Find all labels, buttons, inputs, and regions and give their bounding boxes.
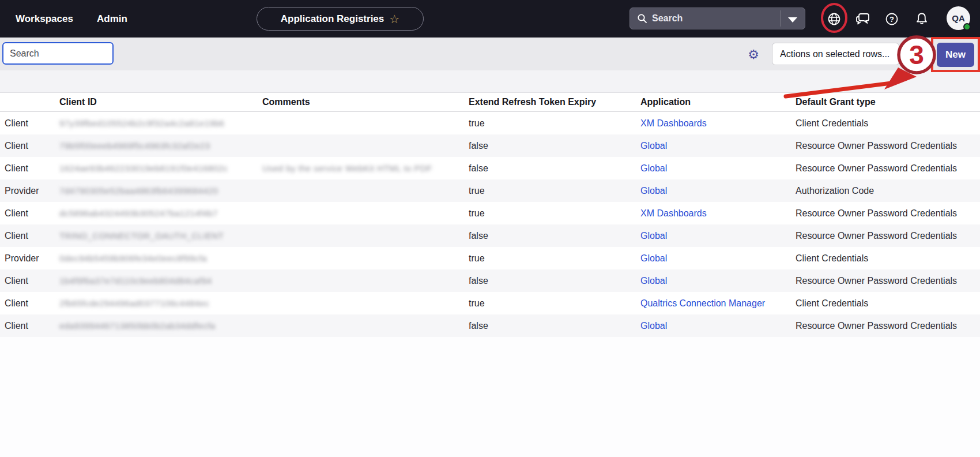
global-search-box[interactable]: Search	[630, 8, 805, 29]
table-body: Client 97y39fbed105524b2c9f32a4c2a81e19b…	[0, 112, 980, 337]
cell-client-id-redacted: 7d4790305e52baa4863fb64399684420	[59, 186, 262, 196]
application-link[interactable]: Global	[640, 186, 667, 196]
cell-default-grant-type: Resource Owner Password Credentials	[796, 276, 980, 286]
cell-default-grant-type: Resource Owner Password Credentials	[796, 231, 980, 241]
cell-client-id-redacted: dc5896ab4324493b305247ba1214f4b7	[59, 208, 262, 218]
table-row[interactable]: Provider 7d4790305e52baa4863fb6439968442…	[0, 179, 980, 202]
table-row[interactable]: Client eda9399446713850bb0b2ab34ddfecfa …	[0, 314, 980, 337]
cell-default-grant-type: Authorization Code	[796, 186, 980, 196]
application-link[interactable]: Global	[640, 141, 667, 151]
online-status-dot	[963, 23, 971, 31]
cell-client-id-redacted: 0dec94b5459b906fe34e0eec8f99cfa	[59, 253, 262, 263]
cell-default-grant-type: Resource Owner Password Credentials	[796, 321, 980, 331]
notifications-button[interactable]	[911, 0, 932, 38]
application-link[interactable]: Global	[640, 231, 667, 241]
cell-type: Client	[0, 231, 59, 241]
table-settings-button[interactable]: ⚙	[745, 47, 762, 62]
new-button[interactable]: New	[937, 43, 974, 67]
cell-default-grant-type: Resource Owner Password Credentials	[796, 163, 980, 174]
header-client-id: Client ID	[59, 97, 262, 107]
table-toolbar: ⚙ Actions on selected rows... New	[0, 38, 980, 70]
cell-extend-refresh-token-expiry: true	[469, 298, 640, 309]
cell-comments: Used by the service WebKit HTML to PDF	[262, 163, 469, 173]
search-divider	[780, 10, 781, 27]
nav-admin[interactable]: Admin	[97, 0, 127, 38]
cell-type: Client	[0, 321, 59, 331]
cell-client-id-redacted: 2fb65fcde294496ad0377106c4484ec	[59, 298, 262, 308]
cell-type: Client	[0, 118, 59, 129]
cell-extend-refresh-token-expiry: false	[469, 231, 640, 241]
application-link[interactable]: Global	[640, 163, 667, 173]
search-scope-dropdown-icon[interactable]	[788, 17, 797, 23]
globe-icon	[827, 12, 842, 27]
cell-extend-refresh-token-expiry: false	[469, 141, 640, 151]
application-link[interactable]: Global	[640, 321, 667, 331]
help-icon: ?	[884, 12, 899, 27]
bell-icon	[914, 12, 929, 27]
cell-extend-refresh-token-expiry: true	[469, 186, 640, 196]
cell-extend-refresh-token-expiry: true	[469, 208, 640, 219]
favorite-star-icon[interactable]: ☆	[389, 13, 399, 25]
cell-client-id-redacted: 97y39fbed105524b2c9f32a4c2a81e19b6	[59, 118, 262, 128]
user-avatar[interactable]: QA	[947, 6, 970, 30]
table-search-input[interactable]	[2, 42, 114, 65]
application-link[interactable]: XM Dashboards	[640, 208, 707, 218]
top-navigation-bar: Workspaces Admin Application Registries …	[0, 0, 980, 38]
application-link[interactable]: Qualtrics Connection Manager	[640, 298, 765, 308]
cell-client-id-redacted: TRINO_CONNECTOR_OAUTH_CLIENT	[59, 231, 262, 241]
cell-type: Client	[0, 298, 59, 309]
cell-type: Client	[0, 276, 59, 286]
cell-extend-refresh-token-expiry: false	[469, 321, 640, 331]
cell-default-grant-type: Resource Owner Password Credentials	[796, 208, 980, 219]
language-globe-button[interactable]	[824, 0, 845, 38]
nav-workspaces[interactable]: Workspaces	[16, 0, 73, 38]
cell-default-grant-type: Client Credentials	[796, 118, 980, 129]
cell-client-id-redacted: eda9399446713850bb0b2ab34ddfecfa	[59, 321, 262, 331]
global-search-placeholder: Search	[652, 13, 683, 24]
cell-extend-refresh-token-expiry: true	[469, 253, 640, 264]
svg-text:?: ?	[889, 15, 894, 24]
table-row[interactable]: Client 97y39fbed105524b2c9f32a4c2a81e19b…	[0, 112, 980, 134]
cell-type: Client	[0, 208, 59, 219]
table-row[interactable]: Client dc5896ab4324493b305247ba1214f4b7 …	[0, 202, 980, 224]
cell-default-grant-type: Client Credentials	[796, 298, 980, 309]
header-extend-refresh-token-expiry: Extend Refresh Token Expiry	[469, 97, 640, 107]
cell-extend-refresh-token-expiry: true	[469, 118, 640, 129]
cell-type: Provider	[0, 253, 59, 264]
cell-extend-refresh-token-expiry: false	[469, 276, 640, 286]
cell-default-grant-type: Client Credentials	[796, 253, 980, 264]
cell-default-grant-type: Resource Owner Password Credentials	[796, 141, 980, 151]
application-link[interactable]: XM Dashboards	[640, 118, 707, 128]
application-registries-table: Client ID Comments Extend Refresh Token …	[0, 92, 980, 337]
application-link[interactable]: Global	[640, 253, 667, 263]
cell-type: Client	[0, 141, 59, 151]
table-row[interactable]: Provider 0dec94b5459b906fe34e0eec8f99cfa…	[0, 247, 980, 269]
feedback-chat-button[interactable]	[853, 0, 873, 38]
gear-icon: ⚙	[748, 47, 759, 62]
cell-extend-refresh-token-expiry: false	[469, 163, 640, 174]
table-row[interactable]: Client 1624ae93b462233019eb8191f0e416802…	[0, 157, 980, 179]
avatar-initials: QA	[952, 13, 965, 23]
header-default-grant-type: Default Grant type	[796, 97, 980, 107]
cell-type: Client	[0, 163, 59, 174]
table-header-row: Client ID Comments Extend Refresh Token …	[0, 92, 980, 112]
cell-client-id-redacted: 1b4f9f6a37e7d110c9eeb804d84caf94	[59, 276, 262, 286]
table-row[interactable]: Client 79b5f00eeeb4969f5c4963fc32af2e23 …	[0, 134, 980, 157]
cell-client-id-redacted: 79b5f00eeeb4969f5c4963fc32af2e23	[59, 141, 262, 151]
help-button[interactable]: ?	[881, 0, 902, 38]
chat-icon	[855, 12, 871, 27]
context-pill-label: Application Registries	[281, 13, 384, 25]
actions-dropdown-label: Actions on selected rows...	[780, 49, 889, 59]
search-icon	[637, 13, 647, 24]
header-comments: Comments	[262, 97, 469, 107]
table-row[interactable]: Client 1b4f9f6a37e7d110c9eeb804d84caf94 …	[0, 269, 980, 292]
cell-type: Provider	[0, 186, 59, 196]
application-link[interactable]: Global	[640, 276, 667, 286]
table-row[interactable]: Client 2fb65fcde294496ad0377106c4484ec t…	[0, 292, 980, 314]
table-row[interactable]: Client TRINO_CONNECTOR_OAUTH_CLIENT fals…	[0, 224, 980, 247]
context-pill-application-registries[interactable]: Application Registries ☆	[257, 7, 424, 31]
cell-client-id-redacted: 1624ae93b462233019eb8191f0e416802c	[59, 163, 262, 173]
header-application: Application	[640, 97, 796, 107]
actions-on-selected-rows-dropdown[interactable]: Actions on selected rows...	[772, 43, 899, 65]
toolbar-subbar	[0, 70, 980, 92]
